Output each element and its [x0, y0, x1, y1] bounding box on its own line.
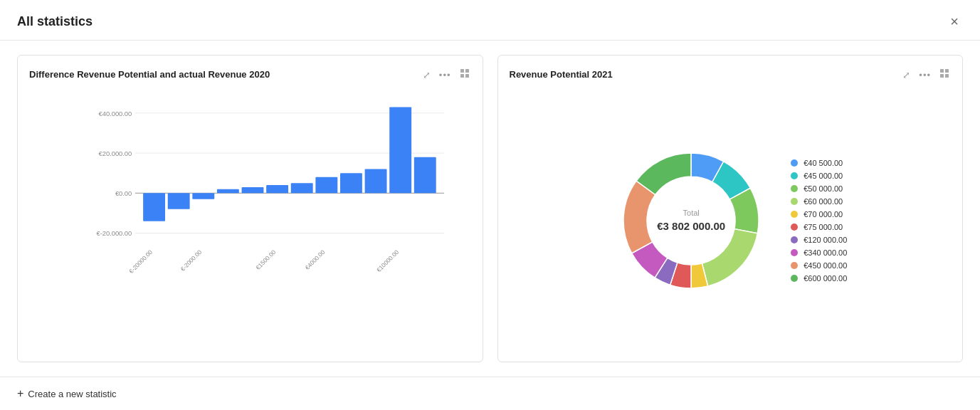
svg-rect-29: [940, 69, 944, 73]
donut-wrap: Total €3 802 000.00: [613, 142, 769, 299]
legend-dot: [791, 275, 798, 282]
svg-text:€4000.00: €4000.00: [304, 248, 327, 271]
bar-grid-button[interactable]: [458, 67, 471, 82]
svg-rect-12: [143, 193, 165, 221]
donut-more-button[interactable]: •••: [917, 68, 932, 82]
svg-rect-15: [217, 189, 239, 194]
legend-label: €340 000.00: [804, 248, 847, 257]
donut-card-actions: ⤢ •••: [901, 67, 951, 82]
donut-total-label: Total: [657, 209, 725, 217]
dots-icon: •••: [919, 70, 931, 80]
legend-item: €450 000.00: [791, 261, 847, 270]
donut-expand-button[interactable]: ⤢: [901, 68, 912, 82]
svg-rect-1: [465, 69, 469, 73]
modal-footer: + Create a new statistic: [0, 377, 980, 410]
legend-item: €120 000.00: [791, 236, 847, 244]
bar-card-header: Difference Revenue Potential and actual …: [29, 67, 471, 82]
donut-chart-card: Revenue Potential 2021 ⤢ •••: [497, 55, 964, 362]
svg-rect-16: [242, 187, 264, 193]
bar-card-actions: ⤢ •••: [421, 67, 471, 82]
legend-label: €40 500.00: [804, 159, 843, 167]
legend-dot: [791, 159, 798, 167]
legend-dot: [791, 185, 798, 192]
svg-rect-17: [266, 185, 288, 193]
svg-rect-3: [465, 74, 469, 78]
donut-center: Total €3 802 000.00: [657, 209, 725, 233]
svg-rect-21: [365, 169, 387, 194]
grid-icon: [460, 69, 470, 80]
donut-legend: €40 500.00€45 000.00€50 000.00€60 000.00…: [791, 159, 847, 283]
svg-text:€-2000.00: €-2000.00: [179, 248, 204, 273]
svg-text:€1500.00: €1500.00: [254, 248, 277, 271]
bar-more-button[interactable]: •••: [438, 68, 453, 82]
legend-dot: [791, 249, 798, 256]
close-button[interactable]: ×: [946, 13, 963, 30]
svg-rect-31: [940, 74, 944, 78]
plus-icon: +: [17, 387, 23, 400]
svg-text:€0.00: €0.00: [115, 190, 132, 197]
legend-dot: [791, 211, 798, 218]
svg-rect-22: [389, 107, 411, 193]
legend-item: €50 000.00: [791, 184, 847, 193]
legend-label: €60 000.00: [804, 197, 843, 206]
legend-item: €60 000.00: [791, 197, 847, 206]
legend-item: €70 000.00: [791, 210, 847, 219]
legend-label: €50 000.00: [804, 184, 843, 193]
modal-body: Difference Revenue Potential and actual …: [0, 41, 980, 377]
bar-chart-wrap: €40.000.00€20.000.00€0.00€-20.000.00€-20…: [29, 90, 471, 290]
legend-dot: [791, 236, 798, 243]
dots-icon: •••: [439, 70, 451, 80]
legend-item: €40 500.00: [791, 159, 847, 167]
legend-label: €120 000.00: [804, 236, 847, 244]
legend-item: €340 000.00: [791, 248, 847, 257]
legend-label: €600 000.00: [804, 274, 847, 283]
expand-icon: ⤢: [423, 70, 431, 80]
legend-item: €75 000.00: [791, 223, 847, 231]
donut-card-header: Revenue Potential 2021 ⤢ •••: [510, 67, 952, 82]
legend-dot: [791, 224, 798, 231]
donut-chart-area: Total €3 802 000.00 €40 500.00€45 000.00…: [510, 90, 952, 350]
svg-rect-0: [460, 69, 464, 73]
modal-title: All statistics: [17, 14, 93, 29]
donut-total-value: €3 802 000.00: [657, 220, 725, 232]
create-statistic-label: Create a new statistic: [28, 389, 116, 399]
svg-rect-30: [945, 69, 949, 73]
svg-rect-18: [291, 183, 313, 193]
legend-label: €450 000.00: [804, 261, 847, 270]
bar-chart-card: Difference Revenue Potential and actual …: [17, 55, 483, 362]
svg-text:€20.000.00: €20.000.00: [99, 150, 132, 157]
svg-rect-19: [315, 177, 337, 194]
legend-dot: [791, 172, 798, 179]
svg-rect-2: [460, 74, 464, 78]
svg-text:€10000.00: €10000.00: [375, 248, 400, 273]
legend-dot: [791, 262, 798, 269]
legend-dot: [791, 198, 798, 205]
svg-rect-13: [168, 193, 190, 209]
svg-text:€-20.000.00: €-20.000.00: [96, 230, 132, 237]
svg-rect-32: [945, 74, 949, 78]
modal-container: All statistics × Difference Revenue Pote…: [0, 0, 980, 410]
legend-item: €45 000.00: [791, 172, 847, 180]
legend-label: €75 000.00: [804, 223, 843, 231]
legend-label: €70 000.00: [804, 210, 843, 219]
svg-text:€40.000.00: €40.000.00: [99, 110, 132, 117]
bar-expand-button[interactable]: ⤢: [421, 68, 432, 82]
grid-icon: [939, 69, 949, 80]
svg-rect-23: [414, 157, 436, 194]
expand-icon: ⤢: [902, 70, 910, 80]
bar-chart-title: Difference Revenue Potential and actual …: [29, 69, 270, 80]
bar-chart-area: €40.000.00€20.000.00€0.00€-20.000.00€-20…: [29, 90, 471, 350]
legend-label: €45 000.00: [804, 172, 843, 180]
modal-header: All statistics ×: [0, 0, 980, 41]
legend-item: €600 000.00: [791, 274, 847, 283]
svg-rect-20: [340, 173, 362, 193]
donut-chart-title: Revenue Potential 2021: [510, 69, 613, 80]
create-statistic-link[interactable]: + Create a new statistic: [17, 387, 963, 400]
svg-text:€-20000.00: €-20000.00: [127, 248, 154, 275]
svg-rect-14: [192, 193, 214, 199]
donut-grid-button[interactable]: [938, 67, 951, 82]
